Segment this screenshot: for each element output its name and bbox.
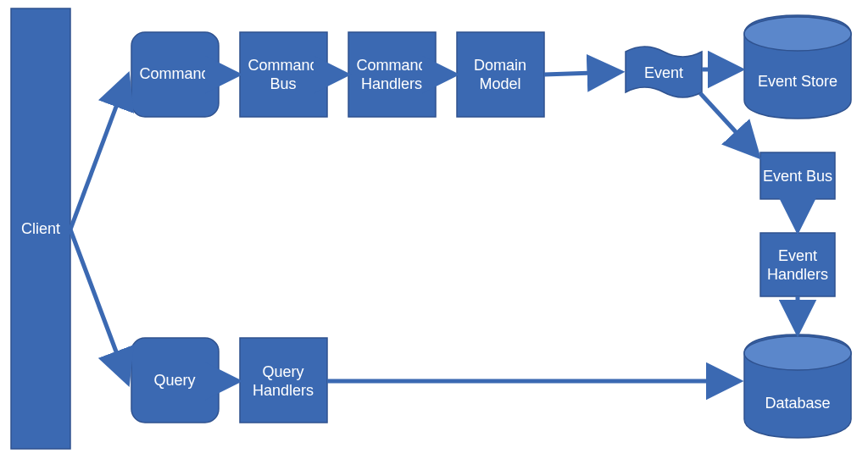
event-label: Event xyxy=(644,64,683,81)
arrow-client-to-command xyxy=(70,77,127,230)
node-event-handlers: Event Handlers xyxy=(760,233,835,296)
cqrs-diagram: Client Command Command Bus Command Handl… xyxy=(0,0,868,459)
node-command-bus: Command Bus xyxy=(240,32,327,117)
node-query-handlers: Query Handlers xyxy=(240,338,327,423)
node-client: Client xyxy=(11,8,70,449)
node-database: Database xyxy=(744,335,851,438)
svg-rect-7 xyxy=(760,233,835,296)
event-bus-label: Event Bus xyxy=(763,168,832,185)
database-label: Database xyxy=(765,395,830,412)
event-store-label: Event Store xyxy=(758,73,837,90)
query-handlers-label-2: Handlers xyxy=(253,382,314,399)
command-bus-label-1: Command xyxy=(248,57,318,74)
domain-model-label-1: Domain xyxy=(474,57,526,74)
command-bus-label-2: Bus xyxy=(270,75,296,92)
query-handlers-label-1: Query xyxy=(262,363,303,380)
svg-point-10 xyxy=(744,336,851,370)
domain-model-label-2: Model xyxy=(479,75,520,92)
arrow-client-to-query xyxy=(70,230,127,381)
client-label: Client xyxy=(21,220,60,237)
event-handlers-label-1: Event xyxy=(778,247,817,264)
node-command-handlers: Command Handlers xyxy=(348,32,436,117)
node-event-store: Event Store xyxy=(744,15,851,119)
arrow-domain-to-event xyxy=(544,72,619,75)
node-domain-model: Domain Model xyxy=(457,32,544,117)
query-label: Query xyxy=(153,372,195,389)
node-query: Query xyxy=(131,338,219,423)
node-command: Command xyxy=(131,32,219,117)
svg-rect-9 xyxy=(240,338,327,423)
command-handlers-label-2: Handlers xyxy=(361,75,422,92)
node-event: Event xyxy=(626,47,702,97)
command-label: Command xyxy=(139,65,209,82)
command-handlers-label-1: Command xyxy=(356,57,426,74)
event-handlers-label-2: Handlers xyxy=(767,266,828,283)
node-event-bus: Event Bus xyxy=(760,152,835,199)
svg-point-5 xyxy=(744,17,851,51)
